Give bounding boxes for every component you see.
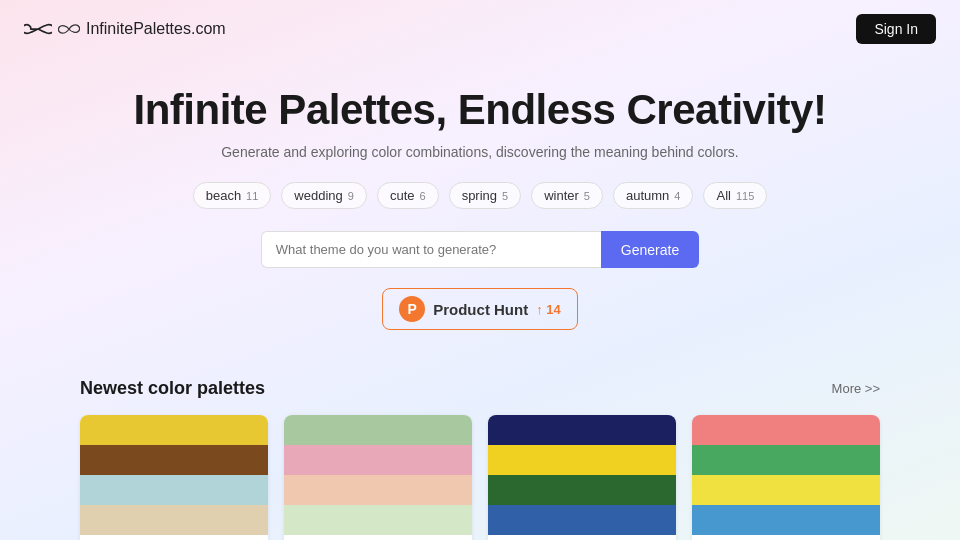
color-swatch bbox=[80, 445, 268, 475]
tag-item[interactable]: cute 6 bbox=[377, 182, 439, 209]
tag-count: 6 bbox=[420, 190, 426, 202]
tag-count: 9 bbox=[348, 190, 354, 202]
color-swatch bbox=[692, 475, 880, 505]
tag-count: 5 bbox=[502, 190, 508, 202]
infinity-icon bbox=[24, 22, 52, 36]
color-swatch bbox=[80, 475, 268, 505]
palette-card[interactable]: van gogh's starry night:...This color co… bbox=[488, 415, 676, 540]
tag-label: beach bbox=[206, 188, 241, 203]
hero-subtitle: Generate and exploring color combination… bbox=[20, 144, 940, 160]
search-input[interactable] bbox=[261, 231, 601, 268]
tag-label: wedding bbox=[294, 188, 342, 203]
search-area: Generate bbox=[20, 231, 940, 268]
palette-swatches bbox=[692, 415, 880, 535]
palette-card[interactable]: les tournesols: Sunflower Yello...This c… bbox=[80, 415, 268, 540]
palettes-grid: les tournesols: Sunflower Yello...This c… bbox=[80, 415, 880, 540]
color-swatch bbox=[80, 415, 268, 445]
infinity-logo-icon bbox=[58, 22, 80, 36]
color-swatch bbox=[692, 415, 880, 445]
palette-info: van gogh's starry night:...This color co… bbox=[488, 535, 676, 540]
product-hunt-icon: P bbox=[399, 296, 425, 322]
product-hunt-count: ↑ 14 bbox=[536, 302, 561, 317]
color-swatch bbox=[284, 415, 472, 445]
tag-item[interactable]: beach 11 bbox=[193, 182, 272, 209]
tag-label: winter bbox=[544, 188, 579, 203]
color-swatch bbox=[488, 505, 676, 535]
product-hunt-badge[interactable]: P Product Hunt ↑ 14 bbox=[382, 288, 578, 330]
palette-info: les tournesols: Sunflower Yello...This c… bbox=[80, 535, 268, 540]
tag-item[interactable]: wedding 9 bbox=[281, 182, 367, 209]
color-swatch bbox=[692, 445, 880, 475]
more-link[interactable]: More >> bbox=[832, 381, 880, 396]
tag-count: 115 bbox=[736, 190, 754, 202]
color-swatch bbox=[692, 505, 880, 535]
generate-button[interactable]: Generate bbox=[601, 231, 699, 268]
palette-swatches bbox=[80, 415, 268, 535]
tag-label: autumn bbox=[626, 188, 669, 203]
palettes-header: Newest color palettes More >> bbox=[80, 378, 880, 399]
palette-info: summer with watermelon:...This color com… bbox=[692, 535, 880, 540]
color-swatch bbox=[488, 445, 676, 475]
tag-item[interactable]: winter 5 bbox=[531, 182, 603, 209]
tag-count: 5 bbox=[584, 190, 590, 202]
palette-card[interactable]: le bassin aux nympheas: Water...This col… bbox=[284, 415, 472, 540]
tag-label: cute bbox=[390, 188, 415, 203]
logo-text: InfinitePalettes.com bbox=[86, 20, 226, 38]
tag-count: 11 bbox=[246, 190, 258, 202]
color-swatch bbox=[80, 505, 268, 535]
tag-count: 4 bbox=[674, 190, 680, 202]
palette-swatches bbox=[284, 415, 472, 535]
palettes-title: Newest color palettes bbox=[80, 378, 265, 399]
product-hunt-text: Product Hunt bbox=[433, 301, 528, 318]
tag-item[interactable]: spring 5 bbox=[449, 182, 522, 209]
hero-section: Infinite Palettes, Endless Creativity! G… bbox=[0, 58, 960, 358]
tag-item[interactable]: All 115 bbox=[703, 182, 767, 209]
color-swatch bbox=[284, 445, 472, 475]
color-swatch bbox=[488, 475, 676, 505]
palette-swatches bbox=[488, 415, 676, 535]
hero-title: Infinite Palettes, Endless Creativity! bbox=[20, 86, 940, 134]
tags-container: beach 11wedding 9cute 6spring 5winter 5a… bbox=[20, 182, 940, 209]
color-swatch bbox=[284, 475, 472, 505]
sign-in-button[interactable]: Sign In bbox=[856, 14, 936, 44]
tag-item[interactable]: autumn 4 bbox=[613, 182, 694, 209]
color-swatch bbox=[284, 505, 472, 535]
palette-card[interactable]: summer with watermelon:...This color com… bbox=[692, 415, 880, 540]
tag-label: All bbox=[716, 188, 730, 203]
logo[interactable]: InfinitePalettes.com bbox=[24, 20, 226, 38]
color-swatch bbox=[488, 415, 676, 445]
palettes-section: Newest color palettes More >> les tourne… bbox=[0, 358, 960, 540]
palette-info: le bassin aux nympheas: Water...This col… bbox=[284, 535, 472, 540]
tag-label: spring bbox=[462, 188, 497, 203]
